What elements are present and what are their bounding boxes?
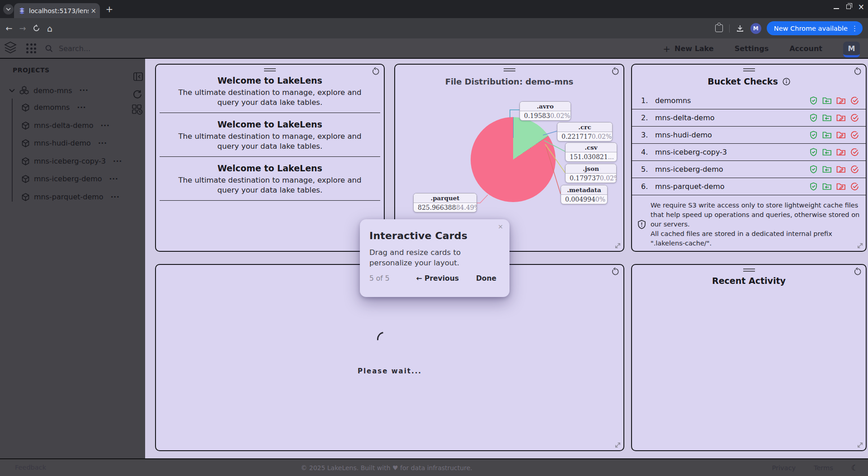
sidebar-item-lake[interactable]: mns-parquet-demo ···	[22, 193, 120, 201]
shield-check-icon[interactable]	[809, 113, 818, 122]
sidebar-project-demo-mns[interactable]: demo-mns ···	[9, 86, 89, 95]
extensions-icon[interactable]	[715, 24, 723, 32]
done-button[interactable]: Done	[476, 274, 496, 283]
shield-check-icon[interactable]	[809, 131, 818, 139]
pie-label-crc[interactable]: .crc 0.2217170.02%	[557, 122, 613, 141]
previous-button[interactable]: ← Previous	[416, 274, 459, 283]
back-button[interactable]: ←	[3, 18, 15, 38]
more-options-icon[interactable]: ···	[80, 86, 89, 94]
lake-name[interactable]: mns-parquet-demo	[34, 193, 104, 201]
folder-write-icon[interactable]	[836, 113, 846, 122]
folder-write-icon[interactable]	[836, 182, 846, 191]
resize-handle-icon[interactable]	[857, 442, 863, 448]
bucket-row[interactable]: 6. mns-parquet-demo	[632, 178, 866, 195]
sidebar-item-lake[interactable]: mns-iceberg-demo ···	[22, 174, 118, 183]
bucket-row[interactable]: 5. mns-iceberg-demo	[632, 161, 866, 178]
reset-card-icon[interactable]	[372, 67, 380, 75]
refresh-project-icon[interactable]	[132, 90, 142, 99]
collapse-sidebar-icon[interactable]	[133, 72, 143, 81]
folder-read-icon[interactable]	[822, 113, 832, 122]
feedback-link[interactable]: Feedback	[15, 464, 46, 471]
drag-handle-icon[interactable]	[743, 269, 755, 272]
window-restore-button[interactable]	[846, 5, 851, 9]
apps-grid-icon[interactable]	[26, 43, 37, 54]
lake-name[interactable]: mns-delta-demo	[34, 121, 94, 130]
reload-button[interactable]	[30, 18, 42, 38]
shield-check-icon[interactable]	[809, 148, 818, 156]
folder-read-icon[interactable]	[822, 96, 832, 105]
shield-check-icon[interactable]	[809, 96, 818, 105]
circle-check-icon[interactable]	[850, 165, 859, 174]
bucket-row[interactable]: 2. mns-delta-demo	[632, 109, 866, 127]
more-options-icon[interactable]: ···	[109, 175, 118, 183]
drag-handle-icon[interactable]	[743, 68, 755, 71]
shield-check-icon[interactable]	[809, 182, 818, 191]
shield-check-icon[interactable]	[809, 165, 818, 174]
drag-handle-icon[interactable]	[264, 68, 276, 71]
circle-check-icon[interactable]	[850, 113, 859, 122]
resize-handle-icon[interactable]	[857, 242, 863, 249]
circle-check-icon[interactable]	[850, 148, 859, 156]
table-history-icon[interactable]	[132, 104, 143, 115]
pie-label-avro[interactable]: .avro 0.195830.02%	[519, 101, 571, 121]
circle-check-icon[interactable]	[850, 182, 859, 191]
more-options-icon[interactable]: ···	[111, 193, 120, 201]
folder-write-icon[interactable]	[836, 131, 846, 139]
more-options-icon[interactable]: ···	[113, 157, 122, 165]
project-name[interactable]: demo-mns	[33, 86, 72, 95]
bucket-row[interactable]: 1. demomns	[632, 92, 866, 109]
search-input[interactable]: Search...	[45, 42, 90, 55]
app-logo-icon[interactable]	[4, 41, 17, 56]
folder-read-icon[interactable]	[822, 131, 832, 139]
dark-mode-toggle-icon[interactable]: ☾	[851, 463, 858, 472]
browser-profile-avatar[interactable]: M	[750, 23, 761, 34]
folder-write-icon[interactable]	[836, 96, 846, 105]
browser-menu-icon[interactable]: ⋮	[851, 24, 858, 33]
folder-read-icon[interactable]	[822, 148, 832, 156]
chrome-update-button[interactable]: New Chrome available ⋮	[767, 21, 863, 35]
resize-handle-icon[interactable]	[614, 242, 621, 249]
pie-label-json[interactable]: .json 0.1797370.02%	[565, 164, 617, 183]
lake-name[interactable]: mns-iceberg-copy-3	[34, 157, 106, 165]
account-avatar[interactable]: M	[843, 42, 860, 57]
circle-check-icon[interactable]	[850, 131, 859, 139]
lake-name[interactable]: mns-iceberg-demo	[34, 174, 102, 183]
pie-label-parquet[interactable]: .parquet 825.96638884.49%	[413, 193, 477, 212]
bucket-row[interactable]: 4. mns-iceberg-copy-3	[632, 144, 866, 161]
window-close-button[interactable]: ×	[858, 4, 864, 10]
home-button[interactable]: ⌂	[43, 18, 56, 38]
window-minimize-button[interactable]	[834, 8, 839, 9]
folder-read-icon[interactable]	[822, 182, 832, 191]
forward-button[interactable]: →	[16, 18, 29, 38]
reset-card-icon[interactable]	[854, 268, 862, 276]
folder-write-icon[interactable]	[836, 165, 846, 174]
sidebar-item-lake[interactable]: demomns ···	[22, 103, 86, 112]
more-options-icon[interactable]: ···	[101, 122, 110, 130]
sidebar-item-lake[interactable]: mns-iceberg-copy-3 ···	[22, 157, 122, 165]
circle-check-icon[interactable]	[850, 96, 859, 105]
downloads-icon[interactable]	[736, 24, 744, 33]
resize-handle-icon[interactable]	[614, 442, 621, 448]
pie-label-metadata[interactable]: .metadata 0.0049940%	[561, 185, 608, 204]
tab-search-button[interactable]	[3, 4, 14, 14]
pie-label-csv[interactable]: .csv 151.030821...	[565, 142, 617, 162]
tab-close-icon[interactable]: ×	[90, 7, 96, 15]
terms-link[interactable]: Terms	[814, 464, 833, 471]
lake-name[interactable]: mns-hudi-demo	[34, 139, 91, 147]
more-options-icon[interactable]: ···	[77, 104, 86, 112]
sidebar-item-lake[interactable]: mns-hudi-demo ···	[22, 139, 107, 147]
privacy-link[interactable]: Privacy	[772, 464, 796, 471]
reset-card-icon[interactable]	[611, 268, 619, 276]
sidebar-item-lake[interactable]: mns-delta-demo ···	[22, 121, 110, 130]
settings-button[interactable]: Settings	[735, 44, 769, 53]
new-tab-button[interactable]: +	[104, 4, 115, 14]
new-lake-button[interactable]: + New Lake	[663, 43, 713, 54]
browser-tab[interactable]: localhost:5173/lens/dash ×	[14, 3, 100, 18]
close-icon[interactable]: ×	[498, 223, 503, 230]
bucket-row[interactable]: 3. mns-hudi-demo	[632, 127, 866, 144]
expander-chevron-icon[interactable]	[9, 89, 15, 93]
folder-read-icon[interactable]	[822, 165, 832, 174]
account-button[interactable]: Account	[789, 44, 822, 53]
info-icon[interactable]	[783, 78, 790, 85]
lake-name[interactable]: demomns	[34, 103, 70, 112]
